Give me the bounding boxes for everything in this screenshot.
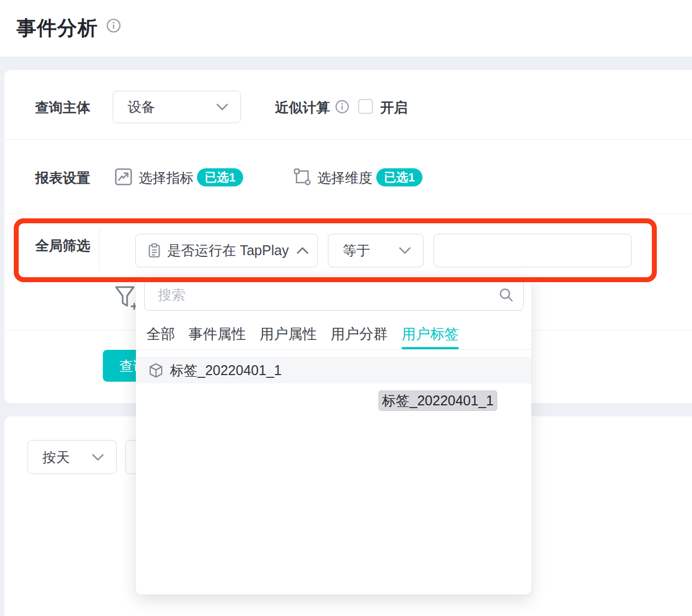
property-tabs: 全部 事件属性 用户属性 用户分群 用户标签 <box>136 319 531 350</box>
chevron-down-icon <box>216 103 228 111</box>
time-granularity-select[interactable]: 按天 <box>28 440 117 474</box>
approx-calc-info-icon[interactable] <box>335 100 350 114</box>
filter-operator-select[interactable]: 等于 <box>328 234 424 267</box>
filter-operator-value: 等于 <box>328 241 399 260</box>
tab-user-tags[interactable]: 用户标签 <box>402 319 459 349</box>
tab-user-properties[interactable]: 用户属性 <box>260 319 317 349</box>
chevron-up-icon <box>296 247 309 254</box>
dimension-icon <box>293 168 311 186</box>
tooltip: 标签_20220401_1 <box>378 391 497 411</box>
cube-icon <box>149 363 163 378</box>
report-settings-label: 报表设置 <box>35 169 90 187</box>
global-filter-label: 全局筛选 <box>35 237 90 255</box>
tab-all[interactable]: 全部 <box>146 319 175 349</box>
approx-calc-toggle-label: 开启 <box>380 98 408 117</box>
title-info-icon[interactable] <box>106 18 121 33</box>
query-subject-label: 查询主体 <box>35 98 90 117</box>
list-item-tag[interactable]: 标签_20220401_1 <box>136 357 531 383</box>
chevron-down-icon <box>92 454 104 461</box>
time-granularity-value: 按天 <box>28 448 92 466</box>
tab-user-segments[interactable]: 用户分群 <box>331 319 388 349</box>
query-subject-select[interactable]: 设备 <box>113 91 241 123</box>
metric-chart-icon <box>114 168 133 186</box>
query-subject-value: 设备 <box>113 98 216 116</box>
vertical-divider <box>99 228 100 271</box>
select-dimension-button[interactable]: 选择维度 <box>317 169 372 187</box>
filter-property-value: 是否运行在 TapPlay <box>167 241 289 260</box>
approx-calc-label: 近似计算 <box>275 98 330 117</box>
property-picker-panel: 全部 事件属性 用户属性 用户分群 用户标签 标签_20220401_1 <box>136 277 531 595</box>
tab-event-properties[interactable]: 事件属性 <box>189 319 246 349</box>
row-divider <box>4 213 692 214</box>
search-icon <box>499 288 514 302</box>
row-divider <box>4 139 692 140</box>
metric-selected-badge: 已选1 <box>197 168 243 186</box>
filter-property-dropdown[interactable]: 是否运行在 TapPlay <box>135 234 318 267</box>
approx-calc-checkbox[interactable] <box>358 99 373 114</box>
clipboard-icon <box>148 243 161 258</box>
list-item-label: 标签_20220401_1 <box>170 361 282 380</box>
add-filter-funnel-icon[interactable] <box>114 285 138 312</box>
filter-value-input[interactable] <box>433 234 631 267</box>
page-header: 事件分析 <box>0 0 692 57</box>
page-title: 事件分析 <box>17 15 98 42</box>
search-input[interactable] <box>144 279 524 311</box>
select-metric-button[interactable]: 选择指标 <box>139 169 194 187</box>
dimension-selected-badge: 已选1 <box>376 168 422 186</box>
chevron-down-icon <box>399 247 411 254</box>
